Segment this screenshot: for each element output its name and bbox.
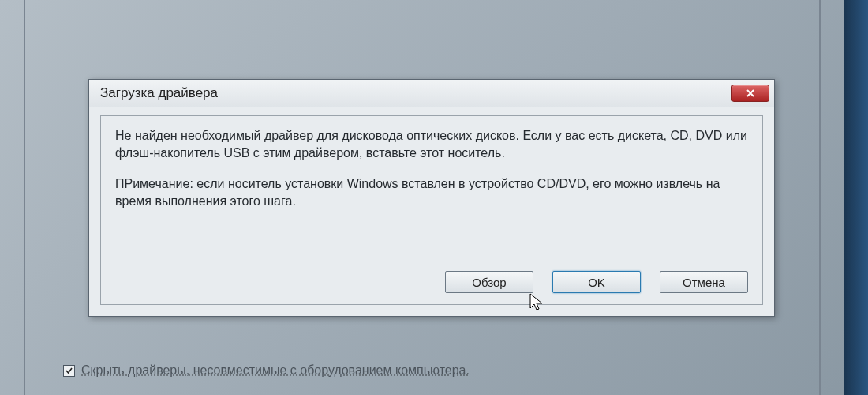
dialog-titlebar: Загрузка драйвера	[89, 80, 774, 107]
load-driver-dialog: Загрузка драйвера Не найден необходимый …	[88, 79, 775, 317]
ok-button[interactable]: OK	[552, 271, 641, 293]
installer-panel: Загрузка драйвера Не найден необходимый …	[24, 0, 821, 395]
dialog-message-1: Не найден необходимый драйвер для дисков…	[115, 127, 748, 161]
checkmark-icon	[65, 367, 73, 375]
dialog-body: Не найден необходимый драйвер для дисков…	[100, 115, 763, 305]
hide-incompatible-drivers-label: Скрыть драйверы, несовместимые с оборудо…	[81, 363, 470, 378]
close-icon	[746, 88, 755, 98]
close-button[interactable]	[731, 85, 769, 102]
dialog-title: Загрузка драйвера	[100, 85, 218, 101]
dialog-message-2: ПРимечание: если носитель установки Wind…	[115, 175, 748, 209]
cancel-button[interactable]: Отмена	[660, 271, 748, 293]
browse-button[interactable]: Обзор	[445, 271, 533, 293]
hide-incompatible-drivers-row[interactable]: Скрыть драйверы, несовместимые с оборудо…	[63, 363, 470, 378]
hide-incompatible-drivers-checkbox[interactable]	[63, 365, 75, 377]
dialog-button-row: Обзор OK Отмена	[115, 257, 748, 293]
screen-right-edge	[844, 0, 868, 395]
